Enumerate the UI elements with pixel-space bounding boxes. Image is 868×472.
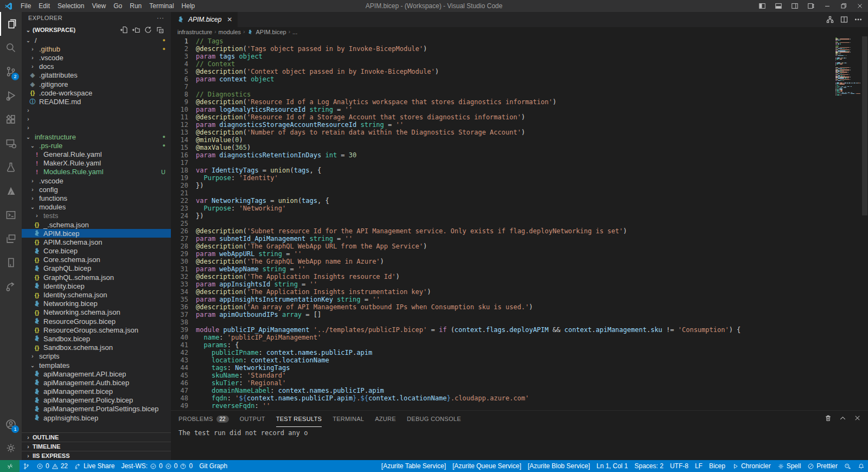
maximize-panel-icon[interactable] — [839, 414, 847, 422]
status-feedback[interactable] — [841, 460, 854, 472]
code-line-4[interactable]: 4// Context — [171, 60, 834, 68]
tree-item-apiManagement.bicep[interactable]: apiManagement.bicep — [22, 387, 171, 396]
code-line-34[interactable]: 34@description('The Application Insights… — [171, 288, 834, 296]
menu-terminal[interactable]: Terminal — [145, 2, 177, 10]
code-editor[interactable]: 1// Tags2@description('Tags object passe… — [171, 36, 868, 410]
tree-item-Modules.Rule.yaml[interactable]: !Modules.Rule.yamlU — [22, 168, 171, 176]
panel-tab-output[interactable]: OUTPUT — [240, 411, 265, 427]
status-live-share[interactable]: Live Share — [71, 460, 118, 472]
code-line-49[interactable]: 49 reverseFqdn: '' — [171, 402, 834, 410]
tree-item-functions[interactable]: ›functions — [22, 194, 171, 202]
tree-item-ResourceGroups.schema.json[interactable]: {}ResourceGroups.schema.json — [22, 326, 171, 334]
tree-item-MakerX.Rule.yaml[interactable]: !MakerX.Rule.yaml — [22, 159, 171, 168]
tree-item-empty[interactable]: › — [22, 106, 171, 115]
panel-tab-debug-console[interactable]: DEBUG CONSOLE — [407, 411, 461, 427]
status-0[interactable]: 022 — [33, 460, 71, 472]
code-line-3[interactable]: 3param tags object — [171, 53, 834, 60]
tree-item-apiManagement.API.bicep[interactable]: apiManagement.API.bicep — [22, 369, 171, 378]
remote-indicator[interactable] — [0, 460, 20, 472]
tree-item-.code-workspace[interactable]: {}.code-workspace — [22, 88, 171, 97]
code-line-43[interactable]: 43 location: context.locationName — [171, 356, 834, 364]
tree-item-modules[interactable]: ⌄modules — [22, 203, 171, 212]
tree-item-infrastructure[interactable]: ⌄infrastructure● — [22, 132, 171, 141]
workspace-section-header[interactable]: ⌄ (WORKSPACE) — [22, 24, 171, 36]
tree-item-Core.schema.json[interactable]: {}Core.schema.json — [22, 256, 171, 264]
code-line-15[interactable]: 15@maxValue(365) — [171, 144, 834, 151]
breadcrumb-item[interactable]: modules — [219, 29, 241, 35]
code-line-31[interactable]: 31param webAppName string = '' — [171, 265, 834, 273]
code-line-19[interactable]: 19 Purpose: 'Identity' — [171, 174, 834, 182]
code-line-38[interactable]: 38 — [171, 318, 834, 326]
code-line-14[interactable]: 14@minValue(0) — [171, 136, 834, 144]
menu-help[interactable]: Help — [178, 2, 199, 10]
activity-testing[interactable] — [0, 155, 22, 179]
code-line-16[interactable]: 16param diagnosticsRetentionInDays int =… — [171, 151, 834, 159]
activity-source-control[interactable]: 2 — [0, 60, 22, 84]
menu-selection[interactable]: Selection — [54, 2, 88, 10]
tree-item-appServicePlan.bicep[interactable]: appServicePlan.bicep — [22, 422, 171, 423]
tree-item-docs[interactable]: ›docs — [22, 62, 171, 71]
tree-item-scripts[interactable]: ›scripts — [22, 352, 171, 361]
code-line-9[interactable]: 9@description('Resource Id of a Log Anal… — [171, 98, 834, 106]
status-chronicler[interactable]: Chronicler — [729, 460, 774, 472]
code-line-48[interactable]: 48 fqdn: '${context.names.publicIP.apim}… — [171, 394, 834, 402]
breadcrumb-item[interactable]: infrastructure — [177, 29, 212, 35]
activity-remote-explorer[interactable] — [0, 131, 22, 155]
code-line-18[interactable]: 18var IdentityTags = union(tags, { — [171, 167, 834, 174]
activity-search[interactable] — [0, 36, 22, 60]
code-line-27[interactable]: 27param subnetId_ApiManagement string = … — [171, 235, 834, 243]
panel-tab-problems[interactable]: PROBLEMS22 — [178, 411, 229, 427]
code-line-33[interactable]: 33param appInsightsId string = '' — [171, 280, 834, 288]
activity-azure[interactable] — [0, 179, 22, 203]
code-line-13[interactable]: 13@description('Number of days to retain… — [171, 129, 834, 136]
bicep-visualizer-icon[interactable] — [826, 15, 834, 24]
code-line-11[interactable]: 11@description('Resource Id of a Storage… — [171, 113, 834, 121]
code-line-47[interactable]: 47 domainNameLabel: context.names.public… — [171, 387, 834, 394]
activity-accounts[interactable]: 1 — [0, 412, 22, 436]
panel-tab-test-results[interactable]: TEST RESULTS — [276, 411, 322, 427]
menu-run[interactable]: Run — [126, 2, 145, 10]
tree-item-Networking.bicep[interactable]: Networking.bicep — [22, 299, 171, 308]
activity-live-share[interactable] — [0, 275, 22, 298]
code-line-44[interactable]: 44 tags: NetworkingTags — [171, 364, 834, 372]
status-ln-1-col-1[interactable]: Ln 1, Col 1 — [593, 460, 631, 472]
tree-item-Identity.bicep[interactable]: Identity.bicep — [22, 282, 171, 290]
code-line-46[interactable]: 46 skuTier: 'Regional' — [171, 379, 834, 387]
tree-item-config[interactable]: ›config — [22, 185, 171, 194]
code-line-37[interactable]: 37param apimOutboundIPs array = [] — [171, 311, 834, 318]
code-line-32[interactable]: 32@description('The Application Insights… — [171, 273, 834, 280]
status-utf-8[interactable]: UTF-8 — [667, 460, 692, 472]
status-spell[interactable]: Spell — [774, 460, 805, 472]
code-line-35[interactable]: 35param appInsightsInstrumentationKey st… — [171, 296, 834, 303]
new-folder-icon[interactable] — [132, 25, 141, 34]
code-line-36[interactable]: 36@description('An array of API Manageme… — [171, 303, 834, 311]
tree-item-apiManagement.Auth.bicep[interactable]: apiManagement.Auth.bicep — [22, 378, 171, 387]
status-spaces-2[interactable]: Spaces: 2 — [631, 460, 667, 472]
editor-scrollbar[interactable] — [860, 36, 868, 410]
tree-item-apiManagement.PortalSettings.bicep[interactable]: apiManagement.PortalSettings.bicep — [22, 405, 171, 413]
code-line-39[interactable]: 39module publicIP_ApiManagement '../temp… — [171, 326, 834, 334]
status-bicep[interactable]: Bicep — [706, 460, 729, 472]
tree-item-README.md[interactable]: ⓘREADME.md — [22, 97, 171, 106]
tree-item-/[interactable]: ⌄/● — [22, 36, 171, 44]
status-lf[interactable]: LF — [692, 460, 706, 472]
explorer-more-actions-icon[interactable]: ··· — [157, 15, 164, 21]
code-line-8[interactable]: 8// Diagnostics — [171, 91, 834, 98]
code-line-45[interactable]: 45 skuName: 'Standard' — [171, 372, 834, 379]
tab-apim-bicep[interactable]: APIM.bicep ✕ — [171, 12, 238, 27]
section-timeline[interactable]: ›TIMELINE — [22, 442, 171, 451]
refresh-icon[interactable] — [144, 25, 152, 34]
tree-item-tests[interactable]: ›tests — [22, 212, 171, 220]
layout-customize-icon[interactable] — [803, 0, 819, 12]
tree-item-templates[interactable]: ⌄templates — [22, 361, 171, 369]
code-line-23[interactable]: 23 Purpose: 'Networking' — [171, 205, 834, 212]
tree-item-Networking.schema.json[interactable]: {}Networking.schema.json — [22, 308, 171, 317]
activity-extensions[interactable] — [0, 107, 22, 131]
minimize-icon[interactable] — [819, 0, 835, 12]
code-line-24[interactable]: 24}) — [171, 212, 834, 220]
code-line-1[interactable]: 1// Tags — [171, 37, 834, 45]
code-line-30[interactable]: 30@description('The GraphQL WebApp name … — [171, 258, 834, 265]
layout-panel-icon[interactable] — [770, 0, 787, 12]
code-line-22[interactable]: 22var NetworkingTags = union(tags, { — [171, 197, 834, 205]
tree-item-.gitignore[interactable]: ◈.gitignore — [22, 80, 171, 88]
